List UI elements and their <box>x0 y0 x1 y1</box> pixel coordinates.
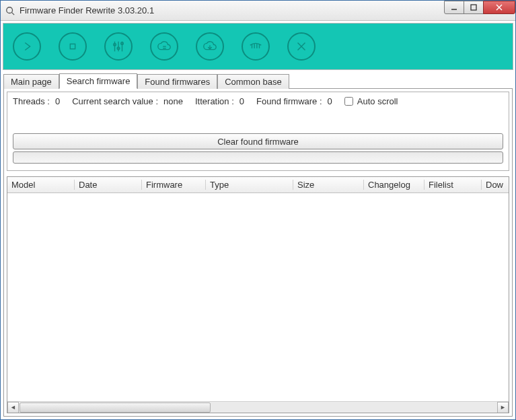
window-controls <box>445 1 515 14</box>
tab-main-page[interactable]: Main page <box>3 74 59 89</box>
cloud-list-button[interactable] <box>150 32 178 61</box>
app-icon <box>5 5 15 16</box>
tabs: Main page Search firmware Found firmware… <box>1 72 515 88</box>
horizontal-scrollbar[interactable]: ◄ ► <box>7 401 509 413</box>
svg-rect-3 <box>471 5 476 10</box>
progress-bar <box>13 151 503 164</box>
col-filelist[interactable]: Filelist <box>425 180 482 190</box>
clear-found-firmware-button[interactable]: Clear found firmware <box>13 133 503 149</box>
iteration-value: 0 <box>239 96 244 106</box>
toolbar <box>3 23 513 70</box>
tab-search-firmware[interactable]: Search firmware <box>59 73 138 89</box>
results-table: Model Date Firmware Type Size Changelog … <box>7 176 509 413</box>
scroll-right-icon[interactable]: ► <box>497 402 509 413</box>
window-title: Firmware Finder Rewrite 3.03.20.1 <box>20 5 154 15</box>
col-changelog[interactable]: Changelog <box>364 180 425 190</box>
col-model[interactable]: Model <box>7 180 75 190</box>
svg-line-1 <box>12 12 15 15</box>
threads-value: 0 <box>55 96 60 106</box>
scroll-track[interactable] <box>19 402 497 413</box>
tab-content: Threads : 0 Current search value : none … <box>3 88 513 417</box>
threads-label: Threads : <box>13 96 50 106</box>
cancel-button[interactable] <box>287 32 316 61</box>
tab-common-base[interactable]: Common base <box>217 74 289 89</box>
svg-point-0 <box>7 7 13 13</box>
search-value: none <box>163 96 183 106</box>
svg-rect-6 <box>70 44 75 48</box>
stop-button[interactable] <box>59 32 87 61</box>
table-header: Model Date Firmware Type Size Changelog … <box>7 177 509 193</box>
table-body[interactable] <box>7 193 509 401</box>
maximize-button[interactable] <box>464 1 484 14</box>
col-type[interactable]: Type <box>206 180 293 190</box>
status-panel: Threads : 0 Current search value : none … <box>7 92 509 171</box>
close-window-button[interactable] <box>483 1 515 14</box>
tab-found-firmwares[interactable]: Found firmwares <box>137 74 217 89</box>
scroll-left-icon[interactable]: ◄ <box>7 402 19 413</box>
titlebar[interactable]: Firmware Finder Rewrite 3.03.20.1 <box>1 1 515 21</box>
found-firmware-label: Found firmware : <box>256 96 322 106</box>
col-firmware[interactable]: Firmware <box>142 180 206 190</box>
col-download[interactable]: Dow <box>482 180 509 190</box>
col-size[interactable]: Size <box>293 180 364 190</box>
scroll-thumb[interactable] <box>20 403 211 413</box>
bridge-button[interactable] <box>242 32 270 61</box>
settings-button[interactable] <box>104 32 133 61</box>
iteration-label: Itteration : <box>195 96 234 106</box>
autoscroll-checkbox[interactable] <box>344 97 353 106</box>
play-button[interactable] <box>13 32 41 61</box>
found-firmware-value: 0 <box>328 96 332 106</box>
app-window: Firmware Finder Rewrite 3.03.20.1 <box>0 0 516 420</box>
col-date[interactable]: Date <box>75 180 142 190</box>
autoscroll-label: Auto scroll <box>357 96 398 106</box>
minimize-button[interactable] <box>444 1 464 14</box>
search-value-label: Current search value : <box>72 96 158 106</box>
cloud-download-button[interactable] <box>196 32 224 61</box>
